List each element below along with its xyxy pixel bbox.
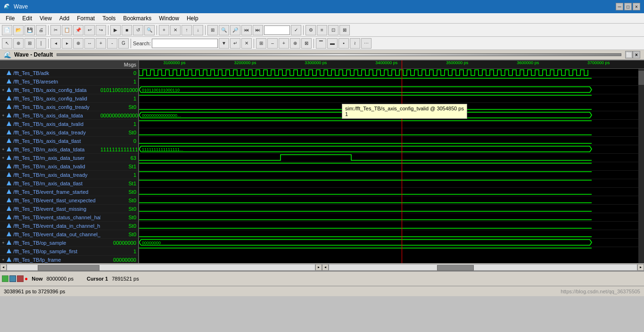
tb-run[interactable]: ▶: [110, 25, 121, 35]
tb2-group[interactable]: G: [118, 38, 129, 49]
signal-expand-icon[interactable]: +: [0, 257, 7, 262]
signal-row[interactable]: /fft_Tes_TB/event_frame_startedSt0: [0, 188, 138, 196]
tb2-zoom-fit[interactable]: ⊞: [256, 38, 266, 49]
tb2-zoom-plus[interactable]: +: [279, 38, 289, 49]
tb-wave-ops3[interactable]: ⊡: [328, 25, 339, 35]
minimize-button[interactable]: ─: [616, 3, 623, 10]
tb-goto-start[interactable]: ⏮: [241, 25, 252, 35]
tb-wave-ops1[interactable]: ⚙: [305, 25, 316, 35]
tb-cut[interactable]: ✂: [50, 25, 61, 35]
search-clear[interactable]: ✕: [241, 38, 252, 49]
tb-restart[interactable]: ↺: [133, 25, 143, 35]
tb2-zoom-minus[interactable]: –: [267, 38, 278, 49]
tb2-cursor[interactable]: ↖: [2, 38, 12, 49]
tb-up[interactable]: ↑: [182, 25, 192, 35]
tb-delete[interactable]: ✕: [170, 25, 181, 35]
signal-row[interactable]: /fft_Tes_TB/op_sample_first1: [0, 247, 138, 256]
tb2-signal-del[interactable]: -: [107, 38, 117, 49]
tb2-zoom-rect[interactable]: ⊞: [25, 38, 35, 49]
signal-row[interactable]: /fft_Tes_TB/event_data_out_channel_haltS…: [0, 230, 138, 239]
signal-row[interactable]: /fft_Tes_TB/m_axis_data_tvalidSt1: [0, 162, 138, 171]
scrollbar-thumb[interactable]: [638, 71, 644, 85]
tb-zoom-out[interactable]: 🔎: [230, 25, 240, 35]
tb-stop[interactable]: ■: [122, 25, 132, 35]
close-sub-btn[interactable]: ×: [633, 51, 640, 58]
title-bar-controls[interactable]: ─ □ ×: [616, 3, 640, 10]
menu-add[interactable]: Add: [56, 14, 73, 23]
menu-edit[interactable]: Edit: [18, 14, 36, 23]
menu-file[interactable]: File: [2, 14, 18, 23]
tb-open[interactable]: 📂: [13, 25, 24, 35]
scroll-right-arrow1[interactable]: ▸: [315, 264, 322, 271]
tb-save[interactable]: 💾: [25, 25, 35, 35]
tb-new[interactable]: 📄: [2, 25, 12, 35]
menu-window[interactable]: Window: [155, 14, 183, 23]
tb-copy[interactable]: 📋: [62, 25, 72, 35]
tb2-snap[interactable]: ⊕: [73, 38, 83, 49]
signal-row[interactable]: /fft_Tes_TB/s_axis_data_tvalid1: [0, 120, 138, 128]
zoom-input[interactable]: 500ns: [264, 25, 290, 35]
search-input[interactable]: [152, 39, 218, 48]
signal-row[interactable]: +/fft_Tes_TB/op_sample00000000: [0, 239, 138, 247]
search-go[interactable]: ↵: [230, 38, 240, 49]
signal-row[interactable]: +/fft_Tes_TB/m_axis_data_tdata1111111111…: [0, 145, 138, 154]
signal-row[interactable]: /fft_Tes_TB/m_axis_data_tready1: [0, 171, 138, 179]
tb2-wave-next[interactable]: ▸: [62, 38, 72, 49]
tb2-waveform-style3[interactable]: ▪: [339, 38, 349, 49]
signal-row[interactable]: /fft_Tes_TB/event_data_in_channel_haltSt…: [0, 222, 138, 230]
tb-redo[interactable]: ↪: [96, 25, 106, 35]
maximize-button[interactable]: □: [624, 3, 632, 10]
signal-row[interactable]: /fft_Tes_TB/s_axis_data_treadySt0: [0, 128, 138, 137]
tb2-measure[interactable]: ↔: [84, 38, 95, 49]
signal-row[interactable]: +/fft_Tes_TB/lp_frame00000000: [0, 256, 138, 263]
menu-bookmarks[interactable]: Bookmarks: [119, 14, 155, 23]
tb-down[interactable]: ↓: [193, 25, 203, 35]
tb2-waveform-style2[interactable]: ▬: [327, 38, 338, 49]
signal-row[interactable]: /fft_Tes_TB/event_status_channel_haltSt0: [0, 213, 138, 222]
tb2-waveform-style4[interactable]: ≀: [350, 38, 360, 49]
signal-expand-icon[interactable]: +: [0, 241, 7, 245]
tb2-signal-add[interactable]: +: [96, 38, 106, 49]
tb-undo[interactable]: ↩: [84, 25, 95, 35]
right-scrollbar[interactable]: [638, 69, 644, 263]
signal-row[interactable]: /fft_Tes_TB/s_axis_config_treadySt0: [0, 103, 138, 111]
signal-row[interactable]: /fft_Tes_TB/m_axis_data_tlastSt1: [0, 179, 138, 188]
signal-row[interactable]: +/fft_Tes_TB/m_axis_data_tuser63: [0, 154, 138, 162]
tb2-zoom-sel2[interactable]: ⊕: [290, 38, 300, 49]
signal-expand-icon[interactable]: +: [0, 156, 7, 160]
tb2-snap2[interactable]: ⊠: [301, 38, 312, 49]
menu-tools[interactable]: Tools: [99, 14, 119, 23]
tb-goto-end[interactable]: ⏭: [253, 25, 263, 35]
signal-row[interactable]: /fft_Tes_TB/event_tlast_missingSt0: [0, 205, 138, 213]
search-options[interactable]: ▼: [219, 38, 229, 49]
waveform-panel[interactable]: 3100000 ps3200000 ps3300000 ps3400000 ps…: [139, 60, 644, 263]
signal-row[interactable]: /fft_Tes_TB/event_tlast_unexpectedSt0: [0, 196, 138, 205]
scroll-right-wave[interactable]: ▸: [637, 264, 644, 271]
tb2-waveform-style1[interactable]: ▔: [316, 38, 326, 49]
tb-zoom-in[interactable]: 🔍: [219, 25, 229, 35]
signal-row[interactable]: +/fft_Tes_TB/s_axis_data_tdata0000000000…: [0, 111, 138, 120]
menu-view[interactable]: View: [36, 14, 56, 23]
signal-row[interactable]: /fft_Tes_TB/aresetn1: [0, 77, 138, 86]
signal-row[interactable]: /fft_Tes_TB/s_axis_config_tvalid1: [0, 94, 138, 103]
tb2-waveform-style5[interactable]: ⋯: [361, 38, 372, 49]
tb-find[interactable]: 🔍: [144, 25, 155, 35]
tb-zoom-full[interactable]: ⊞: [207, 25, 218, 35]
menu-format[interactable]: Format: [73, 14, 99, 23]
signal-expand-icon[interactable]: +: [0, 113, 7, 118]
wave-h-scroll-thumb[interactable]: [437, 265, 474, 271]
signal-row[interactable]: /fft_Tes_TB/s_axis_data_tlast0: [0, 137, 138, 145]
tb-insert-wave[interactable]: +: [159, 25, 169, 35]
tb-wave-ops4[interactable]: ⊠: [339, 25, 350, 35]
signal-row[interactable]: /fft_Tes_TB/adk0: [0, 69, 138, 77]
signal-row[interactable]: +/fft_Tes_TB/s_axis_config_tdata01011001…: [0, 86, 138, 94]
menu-help[interactable]: Help: [183, 14, 202, 23]
signal-expand-icon[interactable]: +: [0, 88, 7, 92]
scroll-left-wave[interactable]: ◂: [322, 264, 329, 271]
tb-print[interactable]: 🖨: [36, 25, 46, 35]
h-scroll-thumb[interactable]: [38, 265, 99, 271]
tb2-wave-prev[interactable]: ◂: [50, 38, 61, 49]
float-btn[interactable]: ⬜: [625, 51, 633, 58]
tb2-insert-cursor[interactable]: |: [36, 38, 46, 49]
signal-expand-icon[interactable]: +: [0, 147, 7, 152]
